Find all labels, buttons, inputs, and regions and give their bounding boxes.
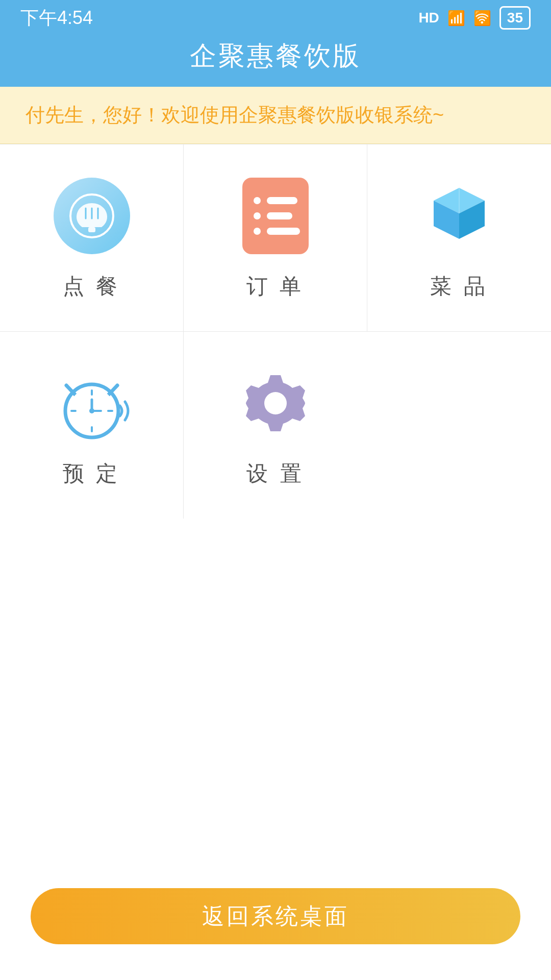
she-zhi-label: 设 置	[246, 459, 305, 488]
battery-indicator: 35	[499, 6, 531, 30]
svg-rect-1	[88, 227, 95, 232]
status-time: 下午4:54	[20, 6, 93, 31]
cai-pin-icon	[423, 180, 495, 252]
bottom-button-area: 返回系统桌面	[0, 873, 551, 980]
order-icon-wrapper	[235, 175, 316, 257]
grid-item-dian-can[interactable]: 点 餐	[0, 144, 184, 332]
grid-item-yu-ding[interactable]: 预 定	[0, 332, 184, 519]
main-grid: 点 餐 订 单	[0, 144, 551, 519]
app-title: 企聚惠餐饮版	[190, 38, 361, 74]
app-header: 企聚惠餐饮版	[0, 36, 551, 87]
welcome-text: 付先生，您好！欢迎使用企聚惠餐饮版收银系统~	[26, 104, 444, 126]
grid-item-order[interactable]: 订 单	[184, 144, 367, 332]
yu-ding-icon	[54, 365, 130, 442]
yu-ding-label: 预 定	[63, 459, 121, 488]
she-zhi-icon-wrapper	[235, 362, 316, 444]
svg-point-20	[264, 392, 287, 414]
status-bar: 下午4:54 HD 📶 🛜 35	[0, 0, 551, 36]
order-label: 订 单	[246, 272, 305, 301]
cai-pin-icon-wrapper	[418, 175, 500, 257]
content-spacer	[0, 519, 551, 873]
yu-ding-icon-wrapper	[51, 362, 133, 444]
hd-icon: HD	[418, 10, 439, 26]
dian-can-label: 点 餐	[63, 272, 121, 301]
welcome-banner: 付先生，您好！欢迎使用企聚惠餐饮版收银系统~	[0, 87, 551, 144]
status-icons: HD 📶 🛜 35	[418, 6, 531, 30]
wifi-icon: 🛜	[473, 10, 491, 27]
grid-item-she-zhi[interactable]: 设 置	[184, 332, 367, 519]
dian-can-icon-wrapper	[51, 175, 133, 257]
signal-icon: 📶	[447, 10, 465, 27]
grid-item-cai-pin[interactable]: 菜 品	[367, 144, 551, 332]
svg-point-19	[89, 408, 94, 413]
order-icon	[242, 178, 309, 254]
grid-empty-cell	[367, 332, 551, 519]
she-zhi-icon	[240, 368, 311, 439]
cai-pin-label: 菜 品	[430, 272, 488, 301]
dian-can-icon	[54, 178, 130, 254]
return-to-desktop-button[interactable]: 返回系统桌面	[31, 888, 520, 944]
